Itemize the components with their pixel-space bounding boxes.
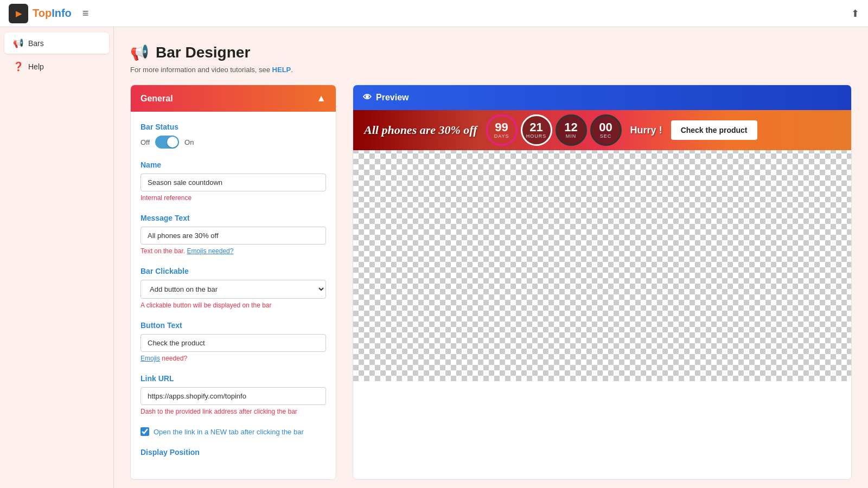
- message-text-hint: Text on the bar. Emojis needed?: [141, 247, 326, 255]
- help-icon: ❓: [13, 61, 24, 72]
- link-url-section: Link URL Dash to the provided link addre…: [141, 374, 326, 415]
- check-product-button[interactable]: Check the product: [671, 120, 757, 140]
- bar-clickable-hint: A clickable button will be displayed on …: [141, 301, 326, 309]
- countdown-min-label: MIN: [566, 133, 577, 139]
- sidebar-nav: 📢 Bars ❓ Help: [0, 27, 114, 488]
- sidebar-label-bars: Bars: [28, 39, 44, 48]
- hamburger-icon[interactable]: ≡: [82, 7, 89, 20]
- message-text-label: Message Text: [141, 214, 326, 222]
- name-hint: Internal reference: [141, 194, 326, 202]
- export-icon[interactable]: ⬆: [851, 8, 859, 19]
- button-needed-text: needed?: [162, 355, 187, 362]
- countdown-min-circle: 12 MIN: [556, 114, 587, 146]
- countdown-days-value: 99: [495, 121, 508, 133]
- countdown-sec-label: SEC: [600, 133, 612, 139]
- logo-top: Top: [33, 7, 52, 19]
- countdown-sec-circle: 00 SEC: [590, 114, 622, 146]
- new-tab-label: Open the link in a NEW tab after clickin…: [154, 428, 304, 436]
- page-title: Bar Designer: [156, 44, 250, 61]
- message-text-input[interactable]: [141, 227, 326, 245]
- logo-info: Info: [52, 7, 72, 19]
- countdown-days-circle: 99 DAYS: [486, 114, 518, 146]
- bar-clickable-section: Bar Clickable Add button on the bar Make…: [141, 267, 326, 309]
- name-section: Name Internal reference: [141, 160, 326, 202]
- preview-body: All phones are 30% off 99 DAYS: [353, 110, 851, 381]
- page-subtitle: For more information and video tutorials…: [130, 66, 852, 74]
- display-position-section: Display Position: [141, 448, 326, 457]
- preview-eye-icon: 👁: [363, 93, 372, 102]
- toggle-off-label: Off: [141, 138, 150, 146]
- toggle-on-label: On: [184, 138, 194, 146]
- new-tab-row: Open the link in a NEW tab after clickin…: [141, 427, 326, 436]
- sidebar-item-help[interactable]: ❓ Help: [4, 56, 109, 77]
- button-emojis-link[interactable]: Emojis: [141, 355, 160, 362]
- main-wrapper: 📢 Bars ❓ Help 📢 Bar Designer For more in…: [0, 27, 868, 488]
- bar-status-section: Bar Status Off On: [141, 123, 326, 149]
- preview-panel: 👁 Preview All phones are 30% off 99 DAYS: [353, 85, 852, 480]
- countdown-days: 99 DAYS: [486, 114, 518, 146]
- bar-message-text: All phones are 30% off: [364, 123, 477, 137]
- bars-icon: 📢: [13, 38, 24, 48]
- page-megaphone-icon: 📢: [130, 43, 149, 61]
- panel-collapse-icon[interactable]: ▲: [316, 93, 326, 104]
- sidebar-label-help: Help: [28, 62, 44, 71]
- countdown-min-value: 12: [564, 121, 577, 133]
- display-position-label: Display Position: [141, 448, 326, 457]
- bar-clickable-select[interactable]: Add button on the bar Make entire bar cl…: [141, 280, 326, 299]
- button-text-input[interactable]: [141, 334, 326, 352]
- two-col-layout: General ▲ Bar Status Off On: [130, 85, 852, 480]
- bar-status-label: Bar Status: [141, 123, 326, 131]
- bar-preview: All phones are 30% off 99 DAYS: [353, 110, 851, 150]
- content-area: 📢 Bar Designer For more information and …: [114, 27, 868, 488]
- bar-status-toggle[interactable]: [155, 136, 179, 149]
- subtitle-text: For more information and video tutorials…: [130, 66, 270, 74]
- logo-area: ▶ TopInfo: [9, 4, 72, 23]
- topbar: ▶ TopInfo ≡ ⬆: [0, 0, 868, 27]
- panel-body: Bar Status Off On Name: [131, 112, 336, 479]
- countdown-hours-circle: 21 HOURS: [521, 114, 552, 146]
- message-text-section: Message Text Text on the bar. Emojis nee…: [141, 214, 326, 255]
- general-panel: General ▲ Bar Status Off On: [130, 85, 336, 480]
- panel-header-general: General ▲: [131, 85, 336, 112]
- logo-text: TopInfo: [33, 7, 72, 20]
- countdown-sec-value: 00: [599, 121, 612, 133]
- toggle-thumb: [167, 137, 178, 147]
- link-url-hint: Dash to the provided link address after …: [141, 408, 326, 415]
- button-text-hint: Emojis needed?: [141, 355, 326, 362]
- bar-clickable-label: Bar Clickable: [141, 267, 326, 275]
- button-text-section: Button Text Emojis needed?: [141, 321, 326, 362]
- toggle-row: Off On: [141, 136, 326, 149]
- general-panel-title: General: [141, 94, 173, 104]
- countdown-hours-value: 21: [529, 121, 542, 133]
- preview-title: Preview: [376, 93, 409, 102]
- name-input[interactable]: [141, 174, 326, 191]
- link-url-input[interactable]: [141, 387, 326, 405]
- countdown-min: 12 MIN: [556, 114, 587, 146]
- message-hint-text: Text on the bar.: [141, 247, 185, 255]
- new-tab-section: Open the link in a NEW tab after clickin…: [141, 427, 326, 436]
- link-url-label: Link URL: [141, 374, 326, 383]
- countdown-sec: 00 SEC: [590, 114, 622, 146]
- logo-box: ▶: [9, 4, 28, 23]
- sidebar-item-bars[interactable]: 📢 Bars: [4, 33, 109, 54]
- help-link[interactable]: HELP: [272, 66, 291, 74]
- topbar-right: ⬆: [851, 8, 859, 20]
- subtitle-period: .: [291, 66, 293, 74]
- logo-icon: ▶: [16, 9, 22, 18]
- preview-header: 👁 Preview: [353, 85, 851, 110]
- new-tab-checkbox[interactable]: [141, 427, 149, 436]
- countdown-hours-label: HOURS: [526, 133, 547, 139]
- message-emojis-link[interactable]: Emojis needed?: [187, 247, 233, 255]
- button-text-label: Button Text: [141, 321, 326, 330]
- countdown-wrapper: 99 DAYS 21 HOURS: [486, 114, 622, 146]
- name-label: Name: [141, 160, 326, 169]
- hurry-text: Hurry !: [630, 125, 662, 136]
- countdown-days-label: DAYS: [494, 133, 509, 139]
- countdown-hours: 21 HOURS: [521, 114, 552, 146]
- page-header: 📢 Bar Designer: [130, 43, 852, 61]
